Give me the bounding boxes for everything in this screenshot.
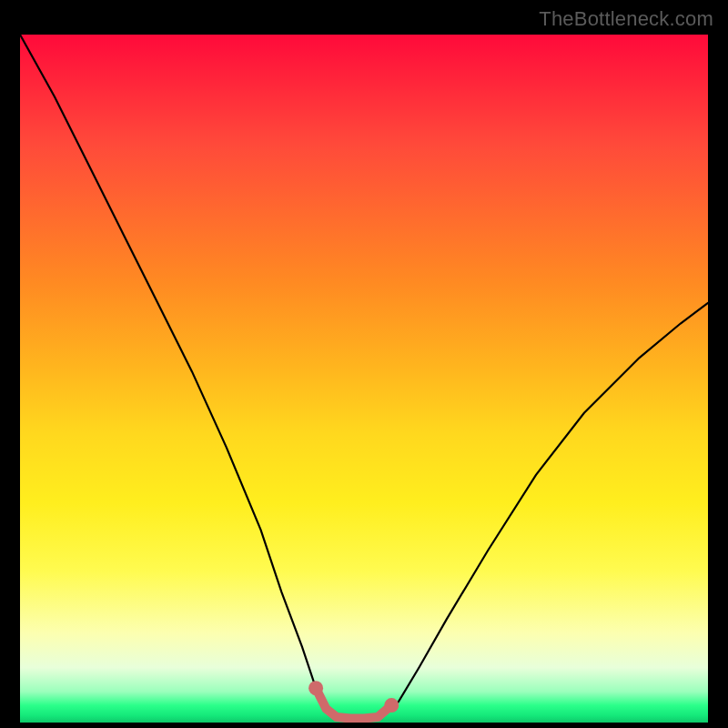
plot-area [20, 35, 708, 723]
curve-layer [20, 35, 708, 723]
highlight-curve-path [316, 688, 391, 718]
marker-right-dot [384, 698, 399, 713]
watermark-text: TheBottleneck.com [539, 7, 713, 31]
main-curve-path [20, 35, 708, 719]
chart-frame: TheBottleneck.com [0, 0, 728, 728]
marker-left-dot [308, 681, 323, 695]
